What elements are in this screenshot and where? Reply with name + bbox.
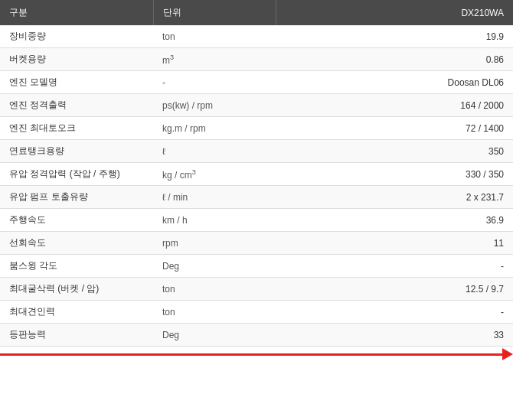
row-value: 330 / 350 (276, 163, 513, 186)
row-value: 350 (276, 140, 513, 163)
row-value: - (276, 301, 513, 324)
table-header-row: 구분 단위 DX210WA (0, 0, 513, 25)
row-unit: ℓ / min (153, 186, 276, 209)
header-col3: DX210WA (276, 0, 513, 25)
table-row: 유압 정격압력 (작압 / 주행)kg / cm3330 / 350 (0, 163, 513, 186)
row-name: 등판능력 (0, 324, 153, 347)
table-row: 엔진 정격출력ps(kw) / rpm164 / 2000 (0, 94, 513, 117)
row-name: 유압 펌프 토출유량 (0, 186, 153, 209)
table-row: 붐스윙 각도Deg- (0, 255, 513, 278)
row-unit: m3 (153, 48, 276, 71)
row-value: - (276, 255, 513, 278)
row-value: 11 (276, 232, 513, 255)
table-row: 버켓용량m30.86 (0, 48, 513, 71)
row-unit: - (153, 71, 276, 94)
arrow-line (0, 353, 502, 356)
arrow-head (502, 348, 513, 360)
row-name: 연료탱크용량 (0, 140, 153, 163)
table-row: 유압 펌프 토출유량ℓ / min2 x 231.7 (0, 186, 513, 209)
row-unit: kg.m / rpm (153, 117, 276, 140)
row-unit: rpm (153, 232, 276, 255)
row-unit: Deg (153, 255, 276, 278)
row-unit: ton (153, 278, 276, 301)
table-row: 장비중량ton19.9 (0, 25, 513, 48)
row-name: 유압 정격압력 (작압 / 주행) (0, 163, 153, 186)
table-row: 선회속도rpm11 (0, 232, 513, 255)
row-value: 33 (276, 324, 513, 347)
row-name: 버켓용량 (0, 48, 153, 71)
row-unit: ton (153, 25, 276, 48)
row-name: 장비중량 (0, 25, 153, 48)
row-unit: kg / cm3 (153, 163, 276, 186)
table-row: 주행속도km / h36.9 (0, 209, 513, 232)
row-value: 19.9 (276, 25, 513, 48)
row-unit: ps(kw) / rpm (153, 94, 276, 117)
row-value: 12.5 / 9.7 (276, 278, 513, 301)
table-row: 최대견인력ton- (0, 301, 513, 324)
row-value: 72 / 1400 (276, 117, 513, 140)
row-value: 0.86 (276, 48, 513, 71)
row-name: 선회속도 (0, 232, 153, 255)
row-name: 최대견인력 (0, 301, 153, 324)
row-name: 주행속도 (0, 209, 153, 232)
row-unit: ℓ (153, 140, 276, 163)
header-col2: 단위 (153, 0, 276, 25)
table-row: 엔진 최대토오크kg.m / rpm72 / 1400 (0, 117, 513, 140)
header-col1: 구분 (0, 0, 153, 25)
specs-table-container: 구분 단위 DX210WA 장비중량ton19.9버켓용량m30.86엔진 모델… (0, 0, 513, 362)
row-unit: ton (153, 301, 276, 324)
specs-table: 구분 단위 DX210WA 장비중량ton19.9버켓용량m30.86엔진 모델… (0, 0, 513, 347)
table-row: 등판능력Deg33 (0, 324, 513, 347)
row-name: 붐스윙 각도 (0, 255, 153, 278)
row-name: 엔진 최대토오크 (0, 117, 153, 140)
row-name: 엔진 모델명 (0, 71, 153, 94)
row-value: 36.9 (276, 209, 513, 232)
row-name: 최대굴삭력 (버켓 / 암) (0, 278, 153, 301)
table-row: 최대굴삭력 (버켓 / 암)ton12.5 / 9.7 (0, 278, 513, 301)
table-row: 엔진 모델명-Doosan DL06 (0, 71, 513, 94)
row-value: 2 x 231.7 (276, 186, 513, 209)
row-value: Doosan DL06 (276, 71, 513, 94)
row-name: 엔진 정격출력 (0, 94, 153, 117)
arrow-container (0, 347, 513, 362)
row-unit: Deg (153, 324, 276, 347)
table-row: 연료탱크용량ℓ350 (0, 140, 513, 163)
row-unit: km / h (153, 209, 276, 232)
row-value: 164 / 2000 (276, 94, 513, 117)
red-arrow (0, 347, 513, 362)
